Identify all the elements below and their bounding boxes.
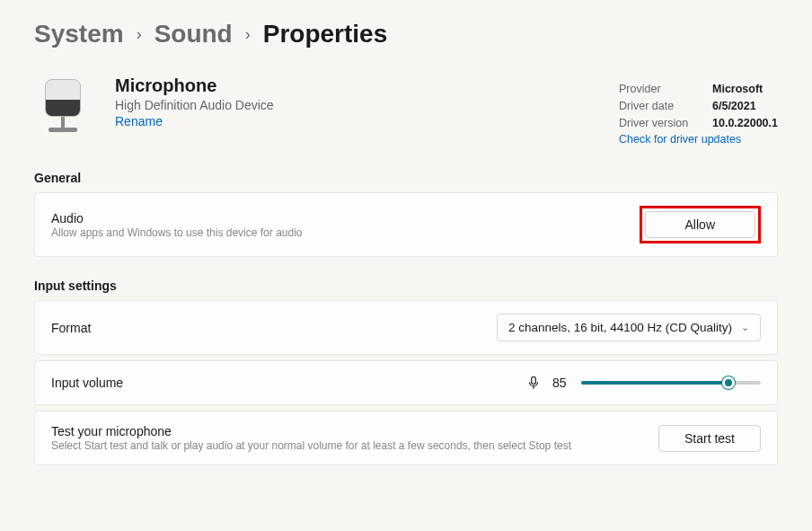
test-title: Test your microphone (51, 424, 658, 438)
breadcrumb-sound[interactable]: Sound (154, 20, 233, 49)
device-title: Microphone (115, 75, 596, 96)
provider-value: Microsoft (712, 81, 763, 98)
device-info: Microphone High Definition Audio Device … (115, 75, 596, 146)
audio-title: Audio (51, 211, 640, 226)
allow-button[interactable]: Allow (645, 211, 755, 238)
svg-rect-0 (532, 377, 536, 385)
driver-date-label: Driver date (619, 98, 696, 115)
format-selected-value: 2 channels, 16 bit, 44100 Hz (CD Quality… (508, 321, 732, 334)
check-updates-link[interactable]: Check for driver updates (619, 133, 778, 146)
test-card: Test your microphone Select Start test a… (34, 411, 778, 465)
provider-label: Provider (619, 81, 696, 98)
section-input-settings: Input settings (0, 262, 812, 300)
microphone-icon (41, 79, 84, 132)
driver-date-value: 6/5/2021 (712, 98, 756, 115)
chevron-right-icon: › (245, 25, 251, 44)
audio-card: Audio Allow apps and Windows to use this… (34, 192, 778, 257)
device-subtitle: High Definition Audio Device (115, 98, 596, 112)
rename-link[interactable]: Rename (115, 114, 596, 128)
microphone-icon (525, 375, 542, 391)
volume-slider[interactable] (581, 374, 761, 392)
breadcrumb: System › Sound › Properties (0, 0, 812, 58)
audio-subtitle: Allow apps and Windows to use this devic… (51, 226, 640, 239)
chevron-down-icon: ⌄ (741, 322, 749, 333)
driver-version-value: 10.0.22000.1 (712, 115, 778, 132)
driver-version-label: Driver version (619, 115, 696, 132)
volume-card: Input volume 85 (34, 360, 778, 405)
start-test-button[interactable]: Start test (658, 425, 761, 452)
breadcrumb-system[interactable]: System (34, 20, 124, 49)
format-title: Format (51, 321, 497, 335)
test-subtitle: Select Start test and talk or play audio… (51, 439, 658, 452)
volume-title: Input volume (51, 376, 525, 390)
section-general: General (0, 155, 812, 192)
device-icon (34, 75, 92, 146)
format-select[interactable]: 2 channels, 16 bit, 44100 Hz (CD Quality… (497, 314, 761, 341)
highlight-box: Allow (640, 206, 761, 243)
volume-value: 85 (552, 376, 570, 390)
chevron-right-icon: › (137, 25, 142, 44)
driver-info: Provider Microsoft Driver date 6/5/2021 … (619, 75, 778, 146)
device-header: Microphone High Definition Audio Device … (0, 58, 812, 155)
breadcrumb-properties: Properties (263, 20, 388, 49)
format-card: Format 2 channels, 16 bit, 44100 Hz (CD … (34, 300, 778, 355)
